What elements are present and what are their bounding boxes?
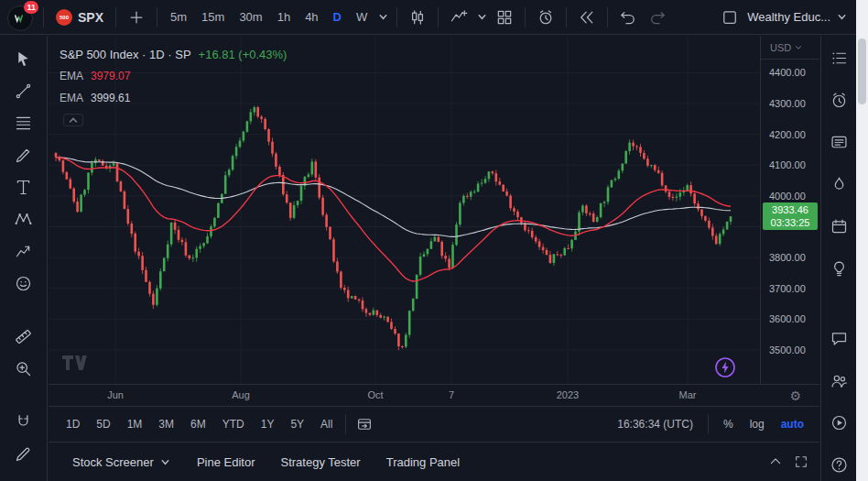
auto-scale-button[interactable]: auto bbox=[775, 413, 810, 435]
log-scale-button[interactable]: log bbox=[743, 413, 771, 435]
community-button[interactable] bbox=[827, 369, 851, 391]
save-layout-button[interactable] bbox=[716, 5, 743, 30]
tab-trading-panel[interactable]: Trading Panel bbox=[374, 443, 472, 481]
indicator-value: 3999.61 bbox=[91, 92, 130, 104]
bar-replay-button[interactable] bbox=[573, 5, 601, 30]
help-button[interactable] bbox=[827, 454, 851, 476]
cursor-tool[interactable] bbox=[8, 49, 39, 69]
range-1m[interactable]: 1M bbox=[119, 413, 151, 435]
undo-button[interactable] bbox=[614, 5, 642, 30]
magnet-tool[interactable] bbox=[8, 411, 39, 432]
price-tick: 4200.00 bbox=[769, 129, 806, 140]
news-button[interactable] bbox=[827, 131, 851, 153]
streams-button[interactable] bbox=[827, 411, 851, 433]
timeframe-5m[interactable]: 5m bbox=[164, 5, 193, 30]
time-axis[interactable]: ⚙ JunAugOct72023Mar bbox=[49, 384, 819, 406]
layout-grid-button[interactable] bbox=[491, 5, 518, 30]
timeframe-1h[interactable]: 1h bbox=[271, 5, 297, 30]
layout-square-icon bbox=[721, 8, 739, 27]
indicators-menu-chevron[interactable] bbox=[474, 5, 489, 30]
tab-strategy-tester[interactable]: Strategy Tester bbox=[267, 443, 373, 481]
symbol-legend-row[interactable]: S&P 500 Index · 1D · SP +16.81 (+0.43%) bbox=[60, 43, 287, 65]
range-1y[interactable]: 1Y bbox=[253, 413, 283, 435]
page-scrollbar[interactable] bbox=[856, 0, 868, 481]
timeframe-30m[interactable]: 30m bbox=[233, 5, 268, 30]
watchlist-button[interactable] bbox=[827, 47, 851, 69]
price-tick: 4400.00 bbox=[769, 67, 806, 78]
timeframe-4h[interactable]: 4h bbox=[298, 5, 324, 30]
draw-tool[interactable] bbox=[8, 443, 39, 464]
undo-arrow-icon bbox=[619, 8, 637, 27]
percent-scale-button[interactable]: % bbox=[717, 413, 740, 435]
range-5y[interactable]: 5Y bbox=[282, 413, 312, 435]
last-price: 3933.46 bbox=[763, 203, 818, 216]
range-5d[interactable]: 5D bbox=[88, 413, 118, 435]
text-tool[interactable] bbox=[8, 177, 39, 197]
emoji-tool[interactable] bbox=[8, 273, 39, 293]
xabcd-pattern-tool[interactable] bbox=[8, 209, 39, 229]
zoom-tool[interactable] bbox=[8, 358, 39, 378]
divider bbox=[438, 7, 439, 27]
divider bbox=[525, 7, 526, 27]
redo-button[interactable] bbox=[644, 5, 671, 30]
indicator-row[interactable]: EMA 3999.61 bbox=[60, 87, 287, 109]
hotlists-button[interactable] bbox=[827, 173, 851, 195]
tab-pine-editor[interactable]: Pine Editor bbox=[184, 443, 268, 481]
flame-icon bbox=[830, 175, 849, 194]
timeframe-15m[interactable]: 15m bbox=[195, 5, 231, 30]
range-6m[interactable]: 6M bbox=[182, 413, 214, 435]
cursor-icon bbox=[14, 49, 33, 69]
chat-button[interactable] bbox=[827, 327, 851, 349]
trend-line-tool[interactable] bbox=[8, 81, 39, 101]
prediction-tool[interactable] bbox=[8, 241, 39, 261]
alert-button[interactable] bbox=[532, 5, 559, 30]
time-axis-label: Mar bbox=[675, 389, 700, 400]
timeframe-1d[interactable]: D bbox=[327, 5, 348, 30]
brush-icon bbox=[14, 146, 33, 165]
range-1d[interactable]: 1D bbox=[58, 413, 88, 435]
indicator-row[interactable]: EMA 3979.07 bbox=[60, 65, 287, 87]
expand-panel-button[interactable] bbox=[768, 454, 783, 469]
range-all[interactable]: All bbox=[312, 413, 341, 435]
range-3m[interactable]: 3M bbox=[150, 413, 182, 435]
user-menu-button[interactable]: 11 bbox=[7, 4, 37, 31]
bottom-range-bar: 1D 5D 1M 3M 6M YTD 1Y 5Y All 16:36:34 (U… bbox=[49, 406, 819, 442]
price-tick: 4300.00 bbox=[769, 98, 806, 109]
indicators-button[interactable] bbox=[445, 5, 472, 30]
tradingview-app: 11 500 SPX 5m 15m 30m 1h 4h D W bbox=[0, 0, 868, 481]
scrollbar-thumb[interactable] bbox=[858, 38, 866, 104]
alerts-button[interactable] bbox=[827, 89, 851, 111]
measure-ruler-tool[interactable] bbox=[8, 326, 39, 346]
add-symbol-button[interactable] bbox=[123, 5, 150, 30]
timezone-clock[interactable]: 16:36:34 (UTC) bbox=[611, 413, 700, 435]
chart-pane[interactable]: S&P 500 Index · 1D · SP +16.81 (+0.43%) … bbox=[49, 36, 760, 384]
currency-selector[interactable]: USD bbox=[761, 36, 819, 60]
layout-name[interactable]: Wealthy Educ... bbox=[747, 10, 830, 24]
range-ytd[interactable]: YTD bbox=[214, 413, 253, 435]
redo-arrow-icon bbox=[648, 8, 667, 27]
time-axis-label: Oct bbox=[363, 389, 388, 400]
play-circle-icon bbox=[830, 413, 849, 432]
ideas-button[interactable] bbox=[827, 257, 851, 279]
maximize-panel-button[interactable] bbox=[794, 454, 808, 469]
indicators-icon bbox=[450, 8, 468, 27]
calendar-button[interactable] bbox=[827, 215, 851, 237]
goto-date-button[interactable] bbox=[351, 411, 378, 437]
fib-retracement-tool[interactable] bbox=[8, 113, 39, 133]
chart-type-button[interactable] bbox=[404, 5, 431, 30]
tab-stock-screener[interactable]: Stock Screener bbox=[60, 443, 184, 481]
divider bbox=[566, 7, 567, 27]
alarm-clock-icon bbox=[537, 8, 555, 27]
boost-button[interactable] bbox=[714, 356, 736, 378]
divider bbox=[345, 414, 346, 434]
brush-tool[interactable] bbox=[8, 145, 39, 165]
price-axis[interactable]: USD 3933.46 03:33:25 4400.004300.004200.… bbox=[760, 36, 819, 406]
panel-controls bbox=[768, 454, 808, 469]
timeframe-menu-chevron[interactable] bbox=[375, 5, 390, 30]
axis-settings-gear-icon[interactable]: ⚙ bbox=[789, 388, 801, 404]
symbol-search-button[interactable]: 500 SPX bbox=[50, 5, 109, 30]
timeframe-1w[interactable]: W bbox=[350, 5, 374, 30]
layout-menu-chevron[interactable] bbox=[834, 5, 849, 30]
legend-collapse-button[interactable] bbox=[63, 114, 83, 126]
chat-bubble-icon bbox=[830, 329, 849, 348]
